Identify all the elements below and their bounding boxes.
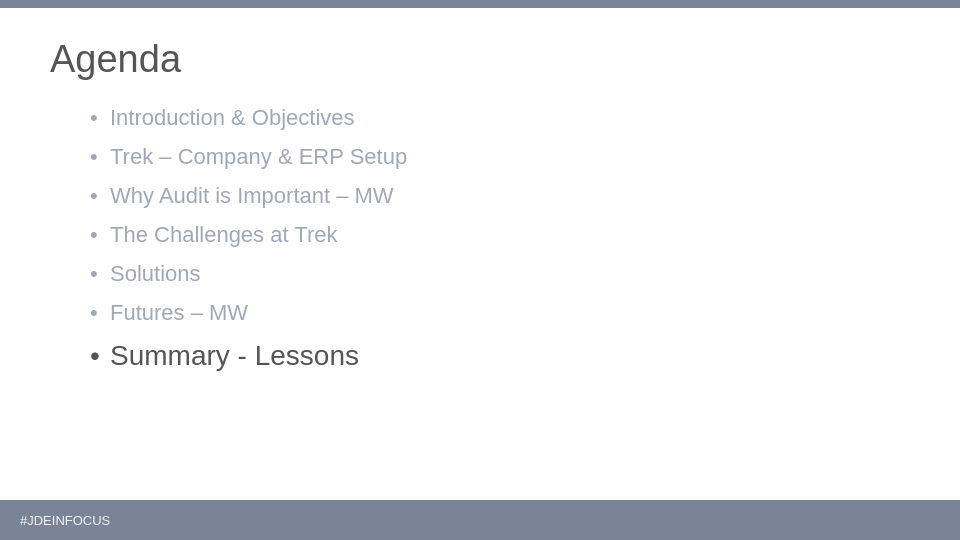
bottom-bar: #JDEINFOCUS	[0, 500, 960, 540]
list-item: Introduction & Objectives	[90, 101, 910, 134]
list-item: The Challenges at Trek	[90, 218, 910, 251]
top-bar	[0, 0, 960, 8]
footer-hashtag: #JDEINFOCUS	[20, 513, 110, 528]
list-item-highlight: Summary - Lessons	[90, 335, 910, 377]
list-item: Solutions	[90, 257, 910, 290]
list-item: Trek – Company & ERP Setup	[90, 140, 910, 173]
slide-title: Agenda	[50, 38, 910, 81]
list-item: Why Audit is Important – MW	[90, 179, 910, 212]
agenda-list: Introduction & Objectives Trek – Company…	[50, 101, 910, 377]
slide-container: Agenda Introduction & Objectives Trek – …	[0, 8, 960, 500]
list-item: Futures – MW	[90, 296, 910, 329]
